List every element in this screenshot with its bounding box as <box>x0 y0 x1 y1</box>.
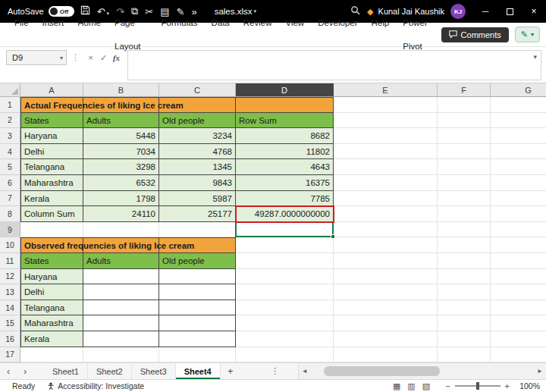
cell-A16[interactable]: Kerala <box>20 331 83 347</box>
cell-E5[interactable] <box>334 159 438 175</box>
cell-G4[interactable] <box>491 144 546 160</box>
row-header-9[interactable]: 9 <box>0 222 20 238</box>
editing-mode-button[interactable]: ✎ ▾ <box>515 27 540 42</box>
cell-C6[interactable]: 9843 <box>159 175 236 191</box>
cell-G8[interactable] <box>491 206 546 222</box>
cell-E7[interactable] <box>334 191 438 207</box>
minimize-button[interactable]: ─ <box>473 0 497 23</box>
cell-A17[interactable] <box>20 347 83 363</box>
maximize-button[interactable] <box>497 0 522 23</box>
cell-B16[interactable] <box>83 331 159 347</box>
cell-E4[interactable] <box>334 144 438 160</box>
col-header-D[interactable]: D <box>236 83 334 97</box>
cell-A13[interactable]: Delhi <box>20 284 83 300</box>
row-header-13[interactable]: 13 <box>0 284 20 300</box>
cell-D1[interactable] <box>236 97 334 113</box>
cell-A7[interactable]: Kerala <box>20 191 83 207</box>
row-header-16[interactable]: 16 <box>0 331 20 347</box>
scroll-left-icon[interactable]: ◄ <box>299 368 311 375</box>
cell-B5[interactable]: 3298 <box>83 159 159 175</box>
cell-E16[interactable] <box>334 331 438 347</box>
cell-F12[interactable] <box>438 269 491 285</box>
cell-F15[interactable] <box>438 315 491 331</box>
tab-nav-right-icon[interactable]: › <box>17 363 33 379</box>
row-header-7[interactable]: 7 <box>0 191 20 207</box>
cell-A11[interactable]: States <box>20 253 83 269</box>
cell-G1[interactable] <box>491 97 546 113</box>
page-layout-view-icon[interactable]: ▥ <box>407 381 415 391</box>
cell-E14[interactable] <box>334 300 438 316</box>
normal-view-icon[interactable]: ▦ <box>393 381 400 391</box>
row-header-8[interactable]: 8 <box>0 206 20 222</box>
scrollbar-track[interactable] <box>311 363 534 379</box>
enter-entry-icon[interactable]: ✓ <box>97 50 110 65</box>
cell-G16[interactable] <box>491 331 546 347</box>
cell-A10[interactable]: Observed frequencies of liking Ice cream <box>20 237 83 253</box>
cell-A12[interactable]: Haryana <box>20 269 83 285</box>
cell-D15[interactable] <box>236 315 334 331</box>
cell-C4[interactable]: 4768 <box>159 144 236 160</box>
cell-G10[interactable] <box>491 237 546 253</box>
cell-D16[interactable] <box>236 331 334 347</box>
cell-A2[interactable]: States <box>20 113 83 129</box>
zoom-level[interactable]: 100% <box>514 381 540 390</box>
cell-C17[interactable] <box>159 347 236 363</box>
page-break-view-icon[interactable]: ▧ <box>422 381 430 391</box>
cancel-entry-icon[interactable]: × <box>84 50 97 65</box>
cell-F16[interactable] <box>438 331 491 347</box>
col-header-F[interactable]: F <box>438 83 491 97</box>
cell-D14[interactable] <box>236 300 334 316</box>
cell-D11[interactable] <box>236 253 334 269</box>
zoom-slider-thumb[interactable] <box>476 382 479 390</box>
sheet-tab-sheet1[interactable]: Sheet1 <box>44 363 88 379</box>
cell-A3[interactable]: Haryana <box>20 128 83 144</box>
row-header-14[interactable]: 14 <box>0 300 20 316</box>
select-all-corner[interactable] <box>0 83 20 97</box>
cell-F7[interactable] <box>438 191 491 207</box>
row-header-12[interactable]: 12 <box>0 269 20 285</box>
cell-F10[interactable] <box>438 237 491 253</box>
cell-G6[interactable] <box>491 175 546 191</box>
cell-D5[interactable]: 4643 <box>236 159 334 175</box>
cell-F6[interactable] <box>438 175 491 191</box>
avatar[interactable]: KJ <box>450 4 466 19</box>
scrollbar-thumb[interactable] <box>324 366 440 376</box>
row-header-4[interactable]: 4 <box>0 144 20 160</box>
row-header-6[interactable]: 6 <box>0 175 20 191</box>
cell-C14[interactable] <box>159 300 236 316</box>
insert-function-icon[interactable]: fx <box>110 50 123 65</box>
cell-F8[interactable] <box>438 206 491 222</box>
formula-bar-collapse-icon[interactable]: ▾ <box>533 53 537 61</box>
row-header-17[interactable]: 17 <box>0 347 20 363</box>
cell-D6[interactable]: 16375 <box>236 175 334 191</box>
cell-G14[interactable] <box>491 300 546 316</box>
cell-B11[interactable]: Adults <box>83 253 159 269</box>
close-button[interactable]: × <box>522 0 546 23</box>
cell-E11[interactable] <box>334 253 438 269</box>
row-header-11[interactable]: 11 <box>0 253 20 269</box>
cell-C11[interactable]: Old people <box>159 253 236 269</box>
cell-A1[interactable]: Actual Frequencies of liking Ice cream <box>20 97 83 113</box>
sheet-options-icon[interactable]: ⋮ <box>253 363 298 379</box>
cell-C16[interactable] <box>159 331 236 347</box>
col-header-A[interactable]: A <box>20 83 83 97</box>
cell-G13[interactable] <box>491 284 546 300</box>
sheet-tab-sheet3[interactable]: Sheet3 <box>132 363 176 379</box>
cell-B4[interactable]: 7034 <box>83 144 159 160</box>
cell-E1[interactable] <box>334 97 438 113</box>
row-header-10[interactable]: 10 <box>0 237 20 253</box>
cell-A4[interactable]: Delhi <box>20 144 83 160</box>
zoom-out-icon[interactable]: − <box>441 381 454 390</box>
cell-A9[interactable] <box>20 222 83 238</box>
sheet-tab-sheet2[interactable]: Sheet2 <box>88 363 132 379</box>
row-header-1[interactable]: 1 <box>0 97 20 113</box>
row-header-3[interactable]: 3 <box>0 128 20 144</box>
cell-B14[interactable] <box>83 300 159 316</box>
cell-E12[interactable] <box>334 269 438 285</box>
cell-C12[interactable] <box>159 269 236 285</box>
cell-G2[interactable] <box>491 113 546 129</box>
cell-D17[interactable] <box>236 347 334 363</box>
cell-D3[interactable]: 8682 <box>236 128 334 144</box>
cell-F9[interactable] <box>438 222 491 238</box>
cell-C5[interactable]: 1345 <box>159 159 236 175</box>
